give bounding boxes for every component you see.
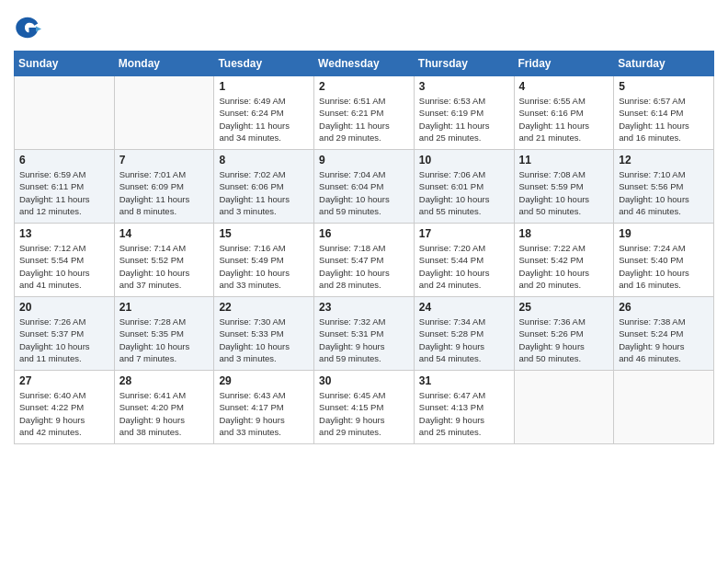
day-info: Sunrise: 7:12 AM Sunset: 5:54 PM Dayligh… [19,242,109,291]
calendar-cell: 6Sunrise: 6:59 AM Sunset: 6:11 PM Daylig… [15,150,115,224]
calendar-cell: 4Sunrise: 6:55 AM Sunset: 6:16 PM Daylig… [514,76,614,150]
day-info: Sunrise: 7:36 AM Sunset: 5:26 PM Dayligh… [519,316,609,364]
day-info: Sunrise: 7:18 AM Sunset: 5:47 PM Dayligh… [319,242,409,291]
calendar-cell: 22Sunrise: 7:30 AM Sunset: 5:33 PM Dayli… [214,297,314,371]
day-number: 23 [319,301,409,314]
day-info: Sunrise: 7:16 AM Sunset: 5:49 PM Dayligh… [219,242,309,291]
week-row-5: 27Sunrise: 6:40 AM Sunset: 4:22 PM Dayli… [15,371,714,444]
day-number: 19 [619,227,709,240]
day-number: 15 [219,227,309,240]
day-number: 30 [319,374,409,387]
day-info: Sunrise: 7:22 AM Sunset: 5:42 PM Dayligh… [519,242,609,291]
day-number: 7 [119,154,210,167]
day-info: Sunrise: 7:08 AM Sunset: 5:59 PM Dayligh… [519,168,609,217]
day-number: 16 [319,227,409,240]
day-info: Sunrise: 6:43 AM Sunset: 4:17 PM Dayligh… [219,389,309,438]
day-number: 8 [219,154,309,167]
logo [14,14,45,41]
day-number: 13 [19,227,109,240]
day-number: 5 [619,80,709,93]
day-info: Sunrise: 6:49 AM Sunset: 6:24 PM Dayligh… [219,95,309,144]
day-info: Sunrise: 6:51 AM Sunset: 6:21 PM Dayligh… [319,95,409,144]
weekday-header-sunday: Sunday [15,52,115,76]
calendar-cell: 9Sunrise: 7:04 AM Sunset: 6:04 PM Daylig… [314,150,415,224]
calendar-cell: 10Sunrise: 7:06 AM Sunset: 6:01 PM Dayli… [414,150,514,224]
day-info: Sunrise: 7:38 AM Sunset: 5:24 PM Dayligh… [619,316,709,364]
calendar-cell [114,76,214,150]
calendar-cell: 28Sunrise: 6:41 AM Sunset: 4:20 PM Dayli… [114,371,214,444]
week-row-1: 1Sunrise: 6:49 AM Sunset: 6:24 PM Daylig… [15,76,714,150]
calendar-cell: 19Sunrise: 7:24 AM Sunset: 5:40 PM Dayli… [614,224,714,297]
day-number: 29 [219,374,309,387]
day-info: Sunrise: 6:59 AM Sunset: 6:11 PM Dayligh… [19,168,109,217]
day-info: Sunrise: 6:47 AM Sunset: 4:13 PM Dayligh… [419,389,509,438]
calendar-cell [15,76,115,150]
day-info: Sunrise: 7:06 AM Sunset: 6:01 PM Dayligh… [419,168,509,217]
day-info: Sunrise: 7:04 AM Sunset: 6:04 PM Dayligh… [319,168,409,217]
calendar-cell: 27Sunrise: 6:40 AM Sunset: 4:22 PM Dayli… [15,371,115,444]
day-info: Sunrise: 7:01 AM Sunset: 6:09 PM Dayligh… [119,168,210,217]
day-number: 3 [419,80,509,93]
calendar-cell: 8Sunrise: 7:02 AM Sunset: 6:06 PM Daylig… [214,150,314,224]
day-number: 17 [419,227,509,240]
day-info: Sunrise: 7:30 AM Sunset: 5:33 PM Dayligh… [219,316,309,364]
calendar-cell: 21Sunrise: 7:28 AM Sunset: 5:35 PM Dayli… [114,297,214,371]
calendar-cell: 2Sunrise: 6:51 AM Sunset: 6:21 PM Daylig… [314,76,415,150]
day-number: 6 [19,154,109,167]
day-number: 27 [19,374,109,387]
calendar-cell [614,371,714,444]
page-header [14,14,714,41]
calendar-cell: 7Sunrise: 7:01 AM Sunset: 6:09 PM Daylig… [114,150,214,224]
calendar-cell: 15Sunrise: 7:16 AM Sunset: 5:49 PM Dayli… [214,224,314,297]
weekday-header-saturday: Saturday [614,52,714,76]
calendar-cell: 12Sunrise: 7:10 AM Sunset: 5:56 PM Dayli… [614,150,714,224]
day-number: 12 [619,154,709,167]
day-info: Sunrise: 7:24 AM Sunset: 5:40 PM Dayligh… [619,242,709,291]
calendar-cell: 31Sunrise: 6:47 AM Sunset: 4:13 PM Dayli… [414,371,514,444]
day-info: Sunrise: 7:26 AM Sunset: 5:37 PM Dayligh… [19,316,109,364]
day-info: Sunrise: 7:28 AM Sunset: 5:35 PM Dayligh… [119,316,210,364]
day-number: 24 [419,301,509,314]
day-info: Sunrise: 6:41 AM Sunset: 4:20 PM Dayligh… [119,389,210,438]
calendar-cell: 17Sunrise: 7:20 AM Sunset: 5:44 PM Dayli… [414,224,514,297]
calendar-cell [514,371,614,444]
day-info: Sunrise: 6:55 AM Sunset: 6:16 PM Dayligh… [519,95,609,144]
calendar-table: SundayMondayTuesdayWednesdayThursdayFrid… [14,51,714,444]
calendar-cell: 1Sunrise: 6:49 AM Sunset: 6:24 PM Daylig… [214,76,314,150]
day-info: Sunrise: 7:34 AM Sunset: 5:28 PM Dayligh… [419,316,509,364]
calendar-cell: 24Sunrise: 7:34 AM Sunset: 5:28 PM Dayli… [414,297,514,371]
day-info: Sunrise: 6:40 AM Sunset: 4:22 PM Dayligh… [19,389,109,438]
day-info: Sunrise: 7:32 AM Sunset: 5:31 PM Dayligh… [319,316,409,364]
calendar-cell: 16Sunrise: 7:18 AM Sunset: 5:47 PM Dayli… [314,224,415,297]
weekday-header-tuesday: Tuesday [214,52,314,76]
day-info: Sunrise: 6:45 AM Sunset: 4:15 PM Dayligh… [319,389,409,438]
weekday-header-wednesday: Wednesday [314,52,415,76]
day-number: 26 [619,301,709,314]
day-number: 1 [219,80,309,93]
calendar-cell: 14Sunrise: 7:14 AM Sunset: 5:52 PM Dayli… [114,224,214,297]
calendar-cell: 13Sunrise: 7:12 AM Sunset: 5:54 PM Dayli… [15,224,115,297]
calendar-cell: 26Sunrise: 7:38 AM Sunset: 5:24 PM Dayli… [614,297,714,371]
week-row-2: 6Sunrise: 6:59 AM Sunset: 6:11 PM Daylig… [15,150,714,224]
day-number: 20 [19,301,109,314]
day-info: Sunrise: 7:20 AM Sunset: 5:44 PM Dayligh… [419,242,509,291]
weekday-header-thursday: Thursday [414,52,514,76]
week-row-3: 13Sunrise: 7:12 AM Sunset: 5:54 PM Dayli… [15,224,714,297]
day-number: 2 [319,80,409,93]
calendar-cell: 25Sunrise: 7:36 AM Sunset: 5:26 PM Dayli… [514,297,614,371]
day-info: Sunrise: 7:10 AM Sunset: 5:56 PM Dayligh… [619,168,709,217]
logo-icon [14,14,41,41]
day-info: Sunrise: 7:14 AM Sunset: 5:52 PM Dayligh… [119,242,210,291]
day-number: 28 [119,374,210,387]
day-number: 31 [419,374,509,387]
day-info: Sunrise: 7:02 AM Sunset: 6:06 PM Dayligh… [219,168,309,217]
calendar-cell: 30Sunrise: 6:45 AM Sunset: 4:15 PM Dayli… [314,371,415,444]
day-number: 18 [519,227,609,240]
calendar-cell: 5Sunrise: 6:57 AM Sunset: 6:14 PM Daylig… [614,76,714,150]
weekday-header-row: SundayMondayTuesdayWednesdayThursdayFrid… [15,52,714,76]
day-number: 22 [219,301,309,314]
svg-marker-0 [36,27,41,32]
week-row-4: 20Sunrise: 7:26 AM Sunset: 5:37 PM Dayli… [15,297,714,371]
calendar-cell: 18Sunrise: 7:22 AM Sunset: 5:42 PM Dayli… [514,224,614,297]
weekday-header-friday: Friday [514,52,614,76]
